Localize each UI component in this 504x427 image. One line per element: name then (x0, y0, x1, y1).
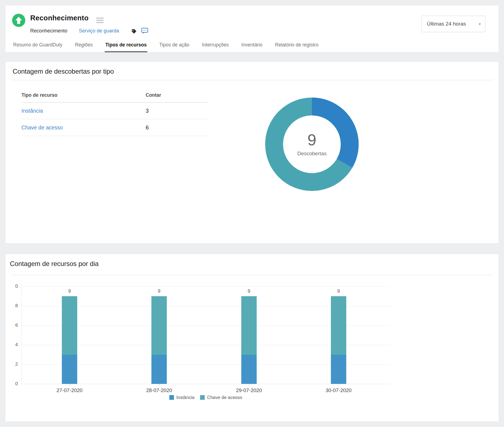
dashboard-header: Reconhecimento Reconhecimento Serviço de… (5, 5, 499, 52)
tab-tipos-de-acao[interactable]: Tipos de ação (159, 42, 190, 52)
hamburger-bar (96, 20, 104, 21)
tab-inventario[interactable]: Inventário (241, 42, 263, 52)
x-axis-tick (70, 384, 70, 386)
legend-label: Chave de acesso (207, 395, 242, 400)
resource-count-value: 3 (146, 108, 149, 114)
y-axis-label: 6 (6, 322, 18, 328)
tab-resumo-do-guardduty[interactable]: Resumo do GuardDuty (13, 42, 63, 52)
column-header-resource-type: Tipo de recurso (21, 92, 146, 98)
tab-interrupcoes[interactable]: Interrupções (201, 42, 229, 52)
tab-bar: Resumo do GuardDuty Regiões Tipos de rec… (13, 42, 319, 52)
resource-type-link[interactable]: Instância (21, 108, 146, 114)
y-axis-label: 2 (6, 361, 18, 367)
up-arrow-glyph (15, 16, 22, 24)
divider (11, 80, 493, 80)
table-header-row: Tipo de recurso Contar (21, 88, 207, 102)
legend-item-Instância[interactable]: Instância (169, 395, 195, 400)
speech-bubble-icon[interactable] (141, 27, 148, 35)
findings-donut-chart[interactable]: 9 Descobertas (265, 98, 359, 191)
up-arrow-in-green-circle-icon (12, 14, 25, 27)
bar-segment-Chave de acesso[interactable] (241, 296, 257, 355)
donut-svg (265, 98, 359, 191)
y-axis-label: 8 (6, 303, 18, 309)
bar-total-label: 9 (330, 289, 347, 294)
resource-count-value: 6 (146, 124, 149, 131)
y-axis-label: 4 (6, 342, 18, 348)
divider (11, 275, 493, 275)
x-axis-label: 29-07-2020 (226, 387, 272, 393)
y-axis-label: 0 (6, 381, 18, 387)
y-axis-line (21, 284, 21, 384)
panel-findings-by-type: Contagem de descobertas por tipo Tipo de… (5, 62, 499, 243)
bar-segment-Instância[interactable] (331, 355, 346, 384)
y-axis-label: 0 (6, 283, 18, 289)
hamburger-bar (96, 22, 104, 23)
chevron-down-icon: ▾ (479, 22, 481, 26)
x-axis-tick (249, 384, 249, 386)
tab-regioes[interactable]: Regiões (74, 42, 93, 52)
service-link[interactable]: Serviço de guarda (79, 28, 119, 34)
bar-total-label: 9 (151, 289, 167, 294)
x-axis-label: 30-07-2020 (315, 387, 362, 393)
x-axis-label: 28-07-2020 (136, 387, 182, 393)
page-title: Reconhecimento (30, 14, 88, 22)
panel-title: Contagem de recursos por dia (10, 260, 99, 268)
speech-bubble-glyph (141, 27, 148, 34)
column-header-count: Contar (146, 92, 161, 98)
table-row: Instância 3 (21, 102, 207, 119)
bar-segment-Instância[interactable] (62, 355, 77, 384)
stacked-bar-chart: 086420927-07-2020928-07-2020929-07-20209… (21, 286, 390, 384)
tag-glyph (131, 29, 137, 34)
x-axis-tick (159, 384, 159, 386)
panel-title: Contagem de descobertas por tipo (13, 68, 114, 75)
chart-legend: InstânciaChave de acesso (21, 395, 390, 400)
panel-resources-per-day: Contagem de recursos por dia 086420927-0… (5, 254, 499, 422)
legend-swatch (200, 395, 205, 400)
bar-total-label: 9 (241, 289, 257, 294)
legend-swatch (169, 395, 174, 400)
tab-relatorio-de-registro[interactable]: Relatório de registro (275, 42, 319, 52)
bar-segment-Chave de acesso[interactable] (151, 296, 167, 355)
findings-table: Tipo de recurso Contar Instância 3 Chave… (21, 88, 207, 136)
tag-icon[interactable] (131, 29, 137, 35)
legend-label: Instância (176, 395, 195, 400)
gridline (21, 384, 390, 384)
time-range-value: Últimas 24 horas (427, 21, 466, 27)
bar-segment-Chave de acesso[interactable] (62, 296, 77, 355)
bar-segment-Chave de acesso[interactable] (331, 296, 346, 355)
time-range-dropdown[interactable]: Últimas 24 horas ▾ (422, 16, 485, 32)
bar-segment-Instância[interactable] (151, 355, 167, 384)
gridline (21, 286, 390, 287)
bar-segment-Instância[interactable] (241, 355, 257, 384)
hamburger-menu-icon[interactable] (96, 18, 104, 24)
x-axis-tick (339, 384, 339, 386)
table-row: Chave de acesso 6 (21, 119, 207, 136)
hamburger-bar (96, 18, 104, 19)
tab-tipos-de-recursos[interactable]: Tipos de recursos (105, 42, 147, 52)
legend-item-Chave de acesso[interactable]: Chave de acesso (200, 395, 242, 400)
bar-total-label: 9 (61, 289, 78, 294)
x-axis-label: 27-07-2020 (46, 387, 93, 393)
resource-type-link[interactable]: Chave de acesso (21, 124, 146, 131)
dashboard-subtitle: Reconhecimento (30, 28, 67, 34)
